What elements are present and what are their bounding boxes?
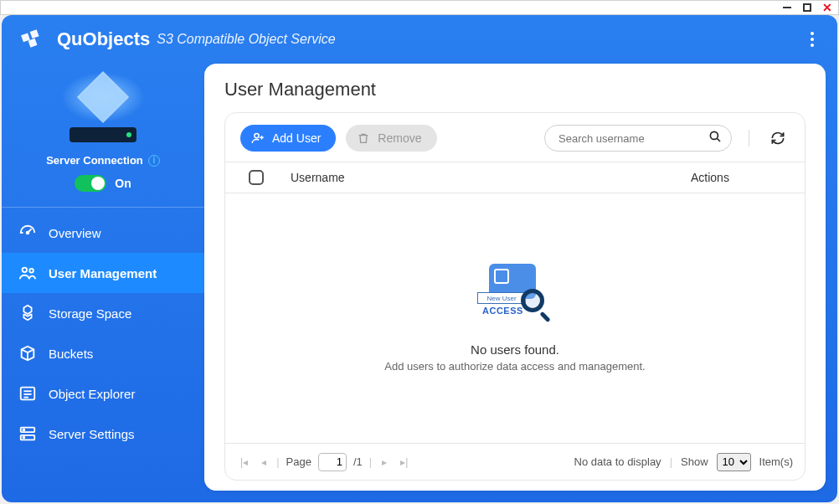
add-user-icon: [250, 131, 265, 146]
svg-point-5: [29, 269, 33, 273]
search-input[interactable]: [558, 132, 703, 145]
sidebar-nav: Overview User Management Storage Space B…: [2, 207, 204, 454]
sidebar-item-label: Storage Space: [49, 306, 131, 321]
select-all-checkbox[interactable]: [249, 170, 264, 185]
sidebar-item-overview[interactable]: Overview: [2, 213, 204, 253]
pager-page-label: Page: [286, 455, 311, 468]
server-connection-toggle[interactable]: [75, 175, 106, 192]
column-username[interactable]: Username: [287, 171, 691, 184]
svg-rect-1: [30, 29, 39, 39]
app-logo-icon: [18, 25, 47, 54]
sidebar-item-buckets[interactable]: Buckets: [2, 333, 204, 373]
pager-last-button[interactable]: ▸|: [397, 455, 411, 470]
list-icon: [18, 384, 37, 403]
pager-prev-button[interactable]: ◂: [258, 455, 270, 470]
app-subtitle: S3 Compatible Object Service: [157, 32, 335, 47]
svg-point-4: [23, 268, 27, 273]
table-header: Username Actions: [225, 162, 805, 193]
app-header: QuObjects S3 Compatible Object Service: [2, 15, 837, 64]
sidebar-item-label: User Management: [49, 266, 157, 280]
empty-state: New User ACCESS No users found. Add user…: [225, 193, 805, 443]
os-titlebar: ✕: [0, 0, 839, 15]
trash-icon: [356, 131, 371, 146]
app-window: QuObjects S3 Compatible Object Service S…: [2, 15, 837, 502]
pager-items-label: Item(s): [759, 455, 793, 468]
svg-point-17: [710, 131, 718, 139]
pager: |◂ ◂ | Page /1 | ▸ ▸| No data to display…: [225, 443, 805, 480]
empty-subtitle: Add users to authorize data access and m…: [384, 360, 645, 373]
app-name: QuObjects: [57, 28, 150, 50]
window-maximize-button[interactable]: [801, 2, 813, 13]
svg-point-3: [27, 232, 29, 234]
remove-button: Remove: [346, 125, 436, 152]
sidebar-item-storage-space[interactable]: Storage Space: [2, 293, 204, 333]
server-icon: [18, 424, 37, 443]
add-user-button[interactable]: Add User: [240, 125, 336, 152]
empty-state-icon: New User ACCESS: [477, 264, 553, 331]
svg-point-12: [23, 429, 25, 431]
add-user-label: Add User: [272, 131, 321, 145]
pager-first-button[interactable]: |◂: [237, 455, 251, 470]
content-panel: Add User Remove: [224, 112, 806, 481]
sidebar-item-server-settings[interactable]: Server Settings: [2, 414, 204, 454]
info-icon[interactable]: i: [148, 155, 160, 167]
main-panel: User Management Add User Remove: [204, 64, 826, 491]
header-menu-button[interactable]: [804, 25, 821, 54]
window-close-button[interactable]: ✕: [821, 2, 833, 13]
toolbar-divider: [749, 130, 749, 147]
server-art-icon: [53, 72, 153, 147]
sidebar-item-object-explorer[interactable]: Object Explorer: [2, 373, 204, 414]
svg-point-13: [23, 437, 25, 439]
pager-show-label: Show: [681, 455, 708, 468]
server-connection-label: Server Connection: [46, 154, 143, 167]
pager-next-button[interactable]: ▸: [378, 455, 390, 470]
window-minimize-button[interactable]: [781, 2, 793, 13]
cube-icon: [18, 344, 37, 363]
sidebar-item-user-management[interactable]: User Management: [2, 253, 204, 293]
pager-page-size-select[interactable]: 10: [717, 453, 751, 471]
empty-title: No users found.: [471, 342, 559, 357]
server-state-label: On: [115, 177, 131, 190]
search-icon: [708, 129, 723, 147]
svg-point-14: [255, 133, 259, 137]
pager-total: /1: [353, 455, 363, 468]
pager-page-input[interactable]: [318, 453, 347, 471]
search-box[interactable]: [544, 125, 732, 152]
cubes-icon: [18, 304, 37, 322]
page-title: User Management: [224, 79, 806, 100]
pager-no-data: No data to display: [574, 455, 661, 468]
users-icon: [18, 264, 37, 282]
svg-line-18: [717, 138, 720, 141]
refresh-button[interactable]: [766, 126, 790, 150]
sidebar-item-label: Server Settings: [49, 427, 135, 441]
sidebar-item-label: Buckets: [49, 347, 93, 361]
sidebar: Server Connection i On Overview User Man…: [2, 64, 204, 491]
refresh-icon: [770, 130, 786, 147]
column-actions: Actions: [691, 171, 805, 184]
sidebar-item-label: Object Explorer: [49, 387, 135, 401]
gauge-icon: [18, 224, 37, 242]
remove-label: Remove: [378, 131, 421, 145]
toolbar: Add User Remove: [225, 113, 805, 162]
server-status-block: Server Connection i On: [2, 64, 204, 207]
sidebar-item-label: Overview: [49, 226, 101, 240]
